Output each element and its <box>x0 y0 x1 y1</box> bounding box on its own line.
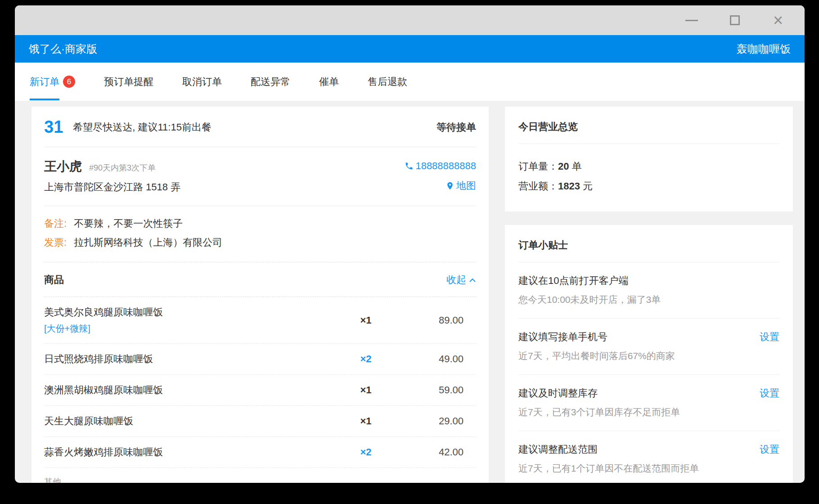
item-name: 日式照烧鸡排原味咖喱饭 <box>44 352 332 366</box>
order-item-row: 日式照烧鸡排原味咖喱饭 ×2 49.00 <box>44 344 476 375</box>
tab-delivery-issues[interactable]: 配送异常 <box>251 75 290 89</box>
item-price: 42.00 <box>400 446 476 458</box>
customer-section: 王小虎 #90天内第3次下单 18888888888 上海市普陀区金沙江路 15… <box>44 147 476 206</box>
minimize-icon <box>685 20 698 21</box>
app-title: 饿了么·商家版 <box>29 42 97 56</box>
customer-phone-link[interactable]: 18888888888 <box>405 160 476 172</box>
tip-title: 建议在10点前打开客户端 <box>518 274 779 288</box>
order-item-row: 澳洲黑胡椒鸡腿原味咖喱饭 ×1 59.00 <box>44 375 476 406</box>
minimize-button[interactable] <box>685 14 698 27</box>
order-item-row: 蒜香火烤嫩鸡排原味咖喱饭 ×2 42.00 <box>44 437 476 468</box>
order-header: 31 希望尽快送达, 建议11:15前出餐 等待接单 <box>44 107 476 147</box>
item-price: 49.00 <box>400 353 476 365</box>
item-option: [大份+微辣] <box>44 323 332 335</box>
today-summary-panel: 今日营业总览 订单量：20 单 营业额：1823 元 <box>505 107 793 212</box>
map-pin-icon <box>446 181 454 190</box>
settings-link-phone[interactable]: 设置 <box>760 330 779 344</box>
customer-address: 上海市普陀区金沙江路 1518 弄 <box>44 180 446 194</box>
window-titlebar: × <box>15 5 805 35</box>
order-item-row: 美式奥尔良鸡腿原味咖喱饭 [大份+微辣] ×1 89.00 <box>44 297 476 344</box>
goods-title: 商品 <box>44 273 446 287</box>
store-name: 轰咖咖喱饭 <box>737 42 791 56</box>
revenue-row: 营业额：1823 元 <box>518 176 779 196</box>
tip-adjust-delivery-range: 建议调整配送范围 设置 近7天，已有1个订单因不在配送范围而拒单 <box>518 431 779 483</box>
item-name: 美式奥尔良鸡腿原味咖喱饭 <box>44 306 332 319</box>
remark-text: 不要辣，不要一次性筷子 <box>74 218 183 229</box>
tab-after-sale-refunds[interactable]: 售后退款 <box>368 75 407 89</box>
tip-title: 建议调整配送范围 <box>518 443 760 456</box>
main-content: 31 希望尽快送达, 建议11:15前出餐 等待接单 王小虎 #90天内第3次下… <box>15 101 805 483</box>
close-icon: × <box>773 14 783 27</box>
tip-desc: 近7天，已有3个订单因库存不足而拒单 <box>518 405 779 419</box>
chevron-up-icon <box>469 274 476 286</box>
invoice-row: 发票:拉扎斯网络科技（上海）有限公司 <box>44 233 476 252</box>
invoice-text: 拉扎斯网络科技（上海）有限公司 <box>74 237 222 248</box>
item-price: 59.00 <box>400 384 476 396</box>
item-name: 蒜香火烤嫩鸡排原味咖喱饭 <box>44 446 332 459</box>
goods-header: 商品 收起 <box>44 262 476 297</box>
order-count-row: 订单量：20 单 <box>518 157 779 176</box>
remark-label: 备注: <box>44 218 67 229</box>
tip-adjust-stock: 建议及时调整库存 设置 近7天，已有3个订单因库存不足而拒单 <box>518 375 779 431</box>
maximize-button[interactable] <box>728 14 742 27</box>
phone-icon <box>405 162 414 171</box>
collapse-goods-link[interactable]: 收起 <box>446 273 476 287</box>
tip-title: 建议及时调整库存 <box>518 387 760 400</box>
item-quantity: ×1 <box>332 384 400 396</box>
item-quantity: ×2 <box>332 446 400 458</box>
map-link[interactable]: 地图 <box>446 179 476 193</box>
item-name: 天生大腿原味咖喱饭 <box>44 414 332 428</box>
tab-urge-orders[interactable]: 催单 <box>319 75 339 89</box>
tip-fill-phone: 建议填写接单手机号 设置 近7天，平均出餐时间落后67%的商家 <box>518 319 779 375</box>
app-window: × 饿了么·商家版 轰咖咖喱饭 新订单 6 预订单提醒 取消订单 配送异常 催单… <box>15 5 805 483</box>
order-tips-panel: 订单小贴士 建议在10点前打开客户端 您今天10:00未及时开店，漏了3单 建议… <box>505 225 793 483</box>
item-name: 澳洲黑胡椒鸡腿原味咖喱饭 <box>44 383 332 397</box>
maximize-icon <box>730 15 740 25</box>
order-status: 等待接单 <box>436 121 476 134</box>
tip-title: 建议填写接单手机号 <box>518 330 760 344</box>
right-sidebar: 今日营业总览 订单量：20 单 营业额：1823 元 订单小贴士 建议在10点前… <box>505 107 793 483</box>
tip-open-client: 建议在10点前打开客户端 您今天10:00未及时开店，漏了3单 <box>518 262 779 319</box>
order-card: 31 希望尽快送达, 建议11:15前出餐 等待接单 王小虎 #90天内第3次下… <box>32 107 489 483</box>
revenue-value: 1823 <box>558 180 580 192</box>
order-count-value: 20 <box>558 161 569 172</box>
tip-desc: 近7天，平均出餐时间落后67%的商家 <box>518 349 779 363</box>
remark-row: 备注:不要辣，不要一次性筷子 <box>44 214 476 233</box>
tab-preorder-reminder[interactable]: 预订单提醒 <box>104 75 153 89</box>
settings-link-delivery[interactable]: 设置 <box>760 443 779 456</box>
other-fees-label: 其他 <box>44 468 476 483</box>
close-button[interactable]: × <box>771 14 785 27</box>
order-number: 31 <box>44 117 63 137</box>
settings-link-stock[interactable]: 设置 <box>760 387 779 400</box>
tip-desc: 近7天，已有1个订单因不在配送范围而拒单 <box>518 462 779 475</box>
tips-title: 订单小贴士 <box>518 238 779 262</box>
invoice-label: 发票: <box>44 237 67 248</box>
tab-new-orders[interactable]: 新订单 6 <box>30 75 75 89</box>
order-delivery-note: 希望尽快送达, 建议11:15前出餐 <box>73 121 436 134</box>
app-header: 饿了么·商家版 轰咖咖喱饭 <box>15 35 805 63</box>
customer-name: 王小虎 <box>44 158 82 175</box>
new-orders-count-badge: 6 <box>63 76 75 88</box>
item-quantity: ×2 <box>332 353 400 365</box>
summary-title: 今日营业总览 <box>518 120 779 144</box>
customer-order-frequency: #90天内第3次下单 <box>89 162 405 173</box>
tab-cancelled-orders[interactable]: 取消订单 <box>182 75 222 89</box>
item-price: 29.00 <box>400 415 476 427</box>
tip-desc: 您今天10:00未及时开店，漏了3单 <box>518 293 779 306</box>
remarks-section: 备注:不要辣，不要一次性筷子 发票:拉扎斯网络科技（上海）有限公司 <box>44 206 476 262</box>
item-quantity: ×1 <box>332 315 400 326</box>
item-price: 89.00 <box>400 315 476 326</box>
tab-bar: 新订单 6 预订单提醒 取消订单 配送异常 催单 售后退款 <box>15 63 805 101</box>
order-item-row: 天生大腿原味咖喱饭 ×1 29.00 <box>44 406 476 437</box>
item-quantity: ×1 <box>332 415 400 427</box>
